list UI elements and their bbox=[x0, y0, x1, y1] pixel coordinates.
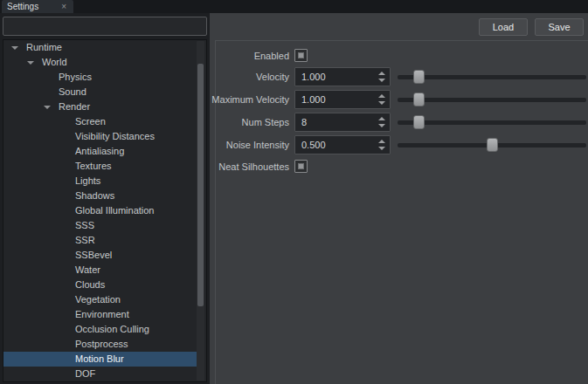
tree-item-motion-blur[interactable]: Motion Blur bbox=[3, 352, 197, 367]
tree-item-textures[interactable]: Textures bbox=[3, 159, 206, 174]
tree-item-shadows[interactable]: Shadows bbox=[3, 189, 206, 203]
slider-track[interactable] bbox=[398, 120, 586, 125]
tree-item-clouds[interactable]: Clouds bbox=[3, 278, 206, 292]
settings-tree-panel: RuntimeWorldPhysicsSoundRenderScreenVisi… bbox=[0, 13, 210, 384]
tree-item-occlusion-culling[interactable]: Occlusion Culling bbox=[3, 322, 206, 337]
noise-intensity-slider-handle[interactable] bbox=[487, 138, 498, 152]
noise-intensity-slider[interactable] bbox=[398, 137, 586, 153]
tree-item-label: World bbox=[42, 55, 67, 70]
search-input[interactable] bbox=[3, 17, 207, 36]
close-icon[interactable]: × bbox=[59, 3, 68, 11]
maximum-velocity-spinbox[interactable]: 1.000 bbox=[294, 90, 391, 109]
tree-item-vegetation[interactable]: Vegetation bbox=[3, 292, 206, 307]
spinner-buttons bbox=[377, 68, 387, 86]
chevron-down-icon[interactable] bbox=[11, 46, 18, 50]
spin-down-icon[interactable] bbox=[378, 79, 385, 82]
tree-item-runtime[interactable]: Runtime bbox=[3, 40, 206, 55]
form-row-neat-silhouettes: Neat Silhouettes bbox=[216, 156, 588, 176]
checkbox-fill-icon bbox=[298, 163, 304, 169]
tree-item-world[interactable]: World bbox=[3, 55, 206, 70]
form-row-velocity: Velocity1.000 bbox=[216, 65, 588, 88]
tree-item-water[interactable]: Water bbox=[3, 263, 206, 278]
spin-up-icon[interactable] bbox=[378, 94, 385, 98]
tree-item-label: Visibility Distances bbox=[75, 129, 155, 144]
maximum-velocity-slider-handle[interactable] bbox=[413, 93, 425, 106]
tree-item-label: Vegetation bbox=[75, 292, 121, 307]
tree-item-sss[interactable]: SSS bbox=[3, 218, 206, 233]
chevron-down-icon[interactable] bbox=[44, 106, 51, 109]
tree-item-ssr[interactable]: SSR bbox=[3, 233, 206, 248]
tab-bar: Settings × bbox=[0, 0, 588, 13]
tree-item-label: Global Illumination bbox=[75, 203, 155, 218]
num-steps-value: 8 bbox=[301, 117, 307, 127]
tree-item-sound[interactable]: Sound bbox=[3, 85, 206, 99]
num-steps-label: Num Steps bbox=[216, 117, 289, 127]
tree-item-label: DOF bbox=[75, 367, 95, 381]
load-button[interactable]: Load bbox=[479, 18, 528, 36]
spin-down-icon[interactable] bbox=[378, 124, 385, 127]
tree-item-label: Environment bbox=[75, 307, 129, 322]
slider-track[interactable] bbox=[398, 75, 586, 79]
tree-item-screen[interactable]: Screen bbox=[3, 114, 206, 129]
tree-item-label: Clouds bbox=[75, 278, 105, 292]
tree-item-visibility-distances[interactable]: Visibility Distances bbox=[3, 129, 206, 144]
velocity-slider-handle[interactable] bbox=[413, 70, 425, 84]
tree-item-dof[interactable]: DOF bbox=[3, 367, 206, 381]
tree-scrollbar[interactable] bbox=[197, 41, 204, 381]
spin-up-icon[interactable] bbox=[378, 140, 385, 143]
noise-intensity-spinbox[interactable]: 0.500 bbox=[294, 135, 391, 154]
enabled-label: Enabled bbox=[216, 51, 289, 61]
maximum-velocity-slider[interactable] bbox=[398, 92, 586, 107]
tree-item-label: SSR bbox=[75, 233, 95, 248]
settings-tree: RuntimeWorldPhysicsSoundRenderScreenVisi… bbox=[3, 39, 207, 382]
settings-content-panel: Load Save EnabledVelocity1.000Maximum Ve… bbox=[210, 13, 588, 384]
form-row-maximum-velocity: Maximum Velocity1.000 bbox=[216, 88, 588, 111]
velocity-slider[interactable] bbox=[398, 69, 586, 85]
tree-item-label: Shadows bbox=[75, 189, 114, 203]
tab-title: Settings bbox=[7, 2, 59, 11]
maximum-velocity-value: 1.000 bbox=[301, 94, 326, 105]
tree-item-label: SSS bbox=[75, 218, 94, 233]
num-steps-slider-handle[interactable] bbox=[413, 115, 425, 129]
num-steps-spinbox[interactable]: 8 bbox=[294, 113, 391, 132]
tree-item-global-illumination[interactable]: Global Illumination bbox=[3, 203, 206, 218]
maximum-velocity-label: Maximum Velocity bbox=[216, 94, 289, 105]
spinner-buttons bbox=[377, 113, 387, 131]
spinner-buttons bbox=[377, 136, 387, 154]
velocity-label: Velocity bbox=[216, 72, 289, 82]
chevron-down-icon[interactable] bbox=[27, 61, 34, 65]
spin-up-icon[interactable] bbox=[378, 72, 385, 75]
tab-settings[interactable]: Settings × bbox=[2, 0, 73, 13]
spin-up-icon[interactable] bbox=[378, 117, 385, 120]
neat-silhouettes-checkbox[interactable] bbox=[294, 160, 308, 173]
spin-down-icon[interactable] bbox=[378, 101, 385, 105]
form-row-num-steps: Num Steps8 bbox=[216, 111, 588, 134]
tree-item-label: Lights bbox=[75, 174, 100, 189]
spin-down-icon[interactable] bbox=[378, 147, 385, 150]
slider-track[interactable] bbox=[398, 98, 586, 102]
tree-item-render[interactable]: Render bbox=[3, 99, 206, 114]
tree-item-ssbevel[interactable]: SSBevel bbox=[3, 248, 206, 263]
tree-item-lights[interactable]: Lights bbox=[3, 174, 206, 189]
main-area: RuntimeWorldPhysicsSoundRenderScreenVisi… bbox=[0, 13, 588, 384]
tree-item-postprocess[interactable]: Postprocess bbox=[3, 337, 206, 352]
form-row-enabled: Enabled bbox=[216, 45, 588, 65]
save-button[interactable]: Save bbox=[535, 18, 584, 36]
enabled-checkbox[interactable] bbox=[294, 49, 308, 62]
form-row-noise-intensity: Noise Intensity0.500 bbox=[216, 134, 588, 156]
tree-item-label: Postprocess bbox=[75, 337, 128, 352]
tree-item-label: Water bbox=[75, 263, 100, 278]
toolbar: Load Save bbox=[210, 13, 588, 40]
tree-item-physics[interactable]: Physics bbox=[3, 70, 206, 85]
spinner-buttons bbox=[377, 91, 387, 108]
tree-item-environment[interactable]: Environment bbox=[3, 307, 206, 322]
tree-item-label: Sound bbox=[59, 85, 86, 99]
tree-item-antialiasing[interactable]: Antialiasing bbox=[3, 144, 206, 159]
num-steps-slider[interactable] bbox=[398, 114, 586, 130]
neat-silhouettes-label: Neat Silhouettes bbox=[216, 161, 289, 172]
noise-intensity-label: Noise Intensity bbox=[216, 140, 289, 150]
scrollbar-thumb[interactable] bbox=[197, 64, 204, 306]
tree-item-label: SSBevel bbox=[75, 248, 112, 263]
tree-item-label: Motion Blur bbox=[75, 352, 124, 367]
velocity-spinbox[interactable]: 1.000 bbox=[294, 67, 391, 86]
